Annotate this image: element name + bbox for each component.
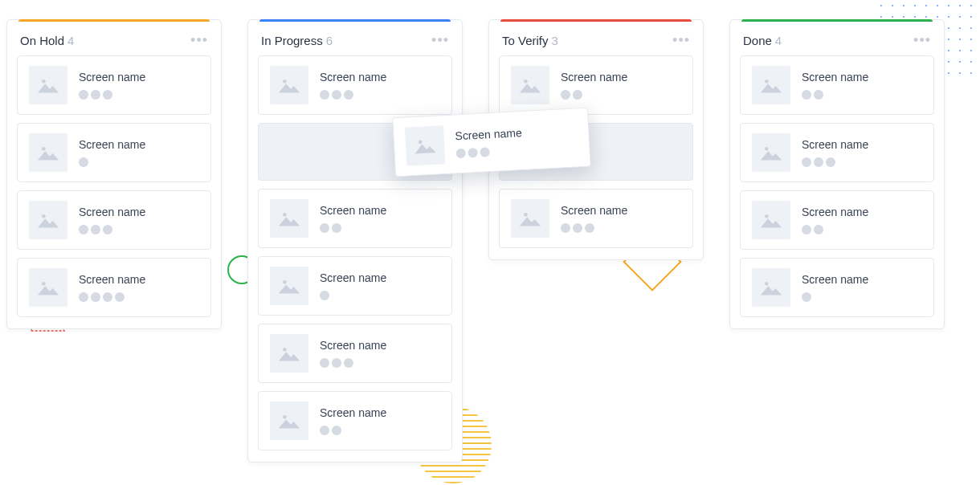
card-title: Screen name bbox=[320, 406, 386, 419]
image-placeholder-icon bbox=[752, 268, 790, 307]
svg-marker-18 bbox=[279, 419, 300, 428]
column-header: On Hold4••• bbox=[7, 22, 221, 55]
kanban-card[interactable]: Screen name bbox=[17, 123, 211, 182]
card-avatars bbox=[79, 292, 145, 302]
card-title: Screen name bbox=[802, 71, 868, 84]
column-header: In Progress6••• bbox=[248, 22, 462, 55]
card-avatars bbox=[320, 426, 386, 435]
column-header: To Verify3••• bbox=[489, 22, 703, 55]
svg-point-7 bbox=[42, 282, 46, 286]
svg-marker-4 bbox=[38, 151, 59, 160]
kanban-card[interactable]: Screen name bbox=[258, 391, 452, 450]
card-avatars bbox=[802, 225, 868, 234]
svg-marker-26 bbox=[761, 151, 782, 160]
card-avatars bbox=[320, 358, 386, 368]
kanban-board: On Hold4•••Screen nameScreen nameScreen … bbox=[0, 0, 980, 463]
svg-point-13 bbox=[283, 280, 287, 284]
kanban-card[interactable]: Screen name bbox=[258, 189, 452, 248]
svg-point-3 bbox=[42, 147, 46, 151]
svg-point-29 bbox=[765, 282, 769, 286]
svg-marker-10 bbox=[279, 84, 300, 92]
svg-point-15 bbox=[283, 348, 287, 352]
column-menu-icon[interactable]: ••• bbox=[431, 33, 449, 47]
svg-marker-6 bbox=[38, 218, 59, 227]
card-title: Screen name bbox=[802, 138, 868, 151]
card-title: Screen name bbox=[561, 204, 627, 217]
image-placeholder-icon bbox=[29, 268, 67, 307]
svg-marker-22 bbox=[520, 217, 541, 226]
card-avatars bbox=[802, 157, 868, 167]
kanban-column: In Progress6•••Screen nameScreen nameScr… bbox=[247, 19, 463, 463]
kanban-card[interactable]: Screen name bbox=[17, 55, 211, 115]
image-placeholder-icon bbox=[405, 125, 445, 165]
svg-point-25 bbox=[765, 147, 769, 151]
card-avatars bbox=[455, 145, 523, 158]
svg-marker-14 bbox=[279, 284, 300, 293]
svg-point-27 bbox=[765, 214, 769, 218]
kanban-card[interactable]: Screen name bbox=[17, 190, 211, 250]
svg-marker-20 bbox=[520, 84, 541, 92]
kanban-card[interactable]: Screen name bbox=[740, 258, 934, 317]
svg-marker-16 bbox=[279, 352, 300, 361]
image-placeholder-icon bbox=[270, 334, 308, 373]
column-menu-icon[interactable]: ••• bbox=[190, 33, 208, 47]
card-title: Screen name bbox=[79, 273, 145, 286]
card-avatars bbox=[802, 292, 868, 302]
kanban-card[interactable]: Screen name bbox=[17, 258, 211, 317]
card-avatars bbox=[79, 225, 145, 234]
svg-marker-32 bbox=[414, 144, 436, 154]
card-list: Screen nameScreen nameScreen nameScreen … bbox=[730, 55, 944, 328]
card-title: Screen name bbox=[79, 206, 145, 218]
svg-marker-28 bbox=[761, 218, 782, 227]
svg-point-5 bbox=[42, 214, 46, 218]
image-placeholder-icon bbox=[270, 267, 308, 305]
card-title: Screen name bbox=[320, 271, 386, 284]
svg-point-31 bbox=[419, 140, 423, 144]
card-avatars bbox=[79, 157, 145, 167]
card-title: Screen name bbox=[320, 71, 386, 84]
card-avatars bbox=[320, 90, 386, 100]
column-count: 6 bbox=[326, 34, 333, 47]
image-placeholder-icon bbox=[29, 201, 67, 239]
kanban-card[interactable]: Screen name bbox=[258, 256, 452, 316]
kanban-card[interactable]: Screen name bbox=[258, 324, 452, 383]
kanban-card[interactable]: Screen name bbox=[740, 123, 934, 182]
kanban-card[interactable]: Screen name bbox=[740, 190, 934, 250]
column-title: Done4 bbox=[743, 34, 782, 47]
svg-marker-24 bbox=[761, 84, 782, 92]
card-list: Screen nameScreen nameScreen nameScreen … bbox=[7, 55, 221, 328]
svg-marker-12 bbox=[279, 217, 300, 226]
column-count: 3 bbox=[552, 34, 558, 47]
svg-point-17 bbox=[283, 415, 287, 419]
card-title: Screen name bbox=[802, 206, 868, 218]
card-avatars bbox=[561, 223, 627, 233]
kanban-card[interactable]: Screen name bbox=[499, 55, 693, 115]
image-placeholder-icon bbox=[511, 199, 549, 238]
svg-point-9 bbox=[283, 79, 287, 84]
image-placeholder-icon bbox=[270, 401, 308, 440]
kanban-card[interactable]: Screen name bbox=[499, 189, 693, 248]
image-placeholder-icon bbox=[752, 133, 790, 172]
column-title: To Verify3 bbox=[502, 34, 558, 47]
card-avatars bbox=[79, 90, 145, 100]
column-menu-icon[interactable]: ••• bbox=[913, 33, 931, 47]
column-title: On Hold4 bbox=[20, 34, 74, 47]
card-title: Screen name bbox=[79, 71, 145, 84]
card-title: Screen name bbox=[561, 71, 627, 84]
column-menu-icon[interactable]: ••• bbox=[672, 33, 690, 47]
svg-marker-30 bbox=[761, 286, 782, 295]
svg-point-23 bbox=[765, 79, 769, 84]
kanban-card[interactable]: Screen name bbox=[740, 55, 934, 115]
svg-point-21 bbox=[524, 213, 528, 217]
card-avatars bbox=[320, 223, 386, 233]
dragging-card[interactable]: Screen name bbox=[392, 108, 591, 177]
svg-marker-8 bbox=[38, 286, 59, 295]
image-placeholder-icon bbox=[29, 133, 67, 172]
image-placeholder-icon bbox=[511, 66, 549, 104]
card-avatars bbox=[802, 90, 868, 100]
column-header: Done4••• bbox=[730, 22, 944, 55]
column-count: 4 bbox=[775, 34, 782, 47]
image-placeholder-icon bbox=[752, 66, 790, 104]
image-placeholder-icon bbox=[752, 201, 790, 239]
kanban-card[interactable]: Screen name bbox=[258, 55, 452, 115]
